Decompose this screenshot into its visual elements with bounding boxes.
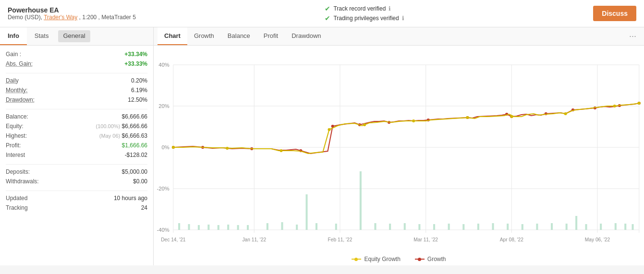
svg-rect-40: [404, 223, 406, 230]
legend-growth: Growth: [415, 256, 446, 262]
interest-value: -$128.02: [125, 152, 147, 158]
balance-value: $6,666.66: [122, 113, 147, 120]
svg-rect-25: [198, 225, 200, 230]
withdrawals-value: $0.00: [133, 178, 147, 185]
stat-profit: Profit: $1,666.66: [6, 141, 147, 150]
stat-updated: Updated 10 hours ago: [6, 193, 147, 203]
svg-text:Feb 11, '22: Feb 11, '22: [328, 237, 352, 242]
stat-highest: Highest: (May 06) $6,666.63: [6, 131, 147, 141]
tracking-label: Tracking: [6, 204, 28, 211]
svg-rect-27: [218, 225, 219, 230]
check-icon-1: ✔: [325, 5, 330, 12]
svg-rect-46: [492, 223, 494, 230]
svg-rect-44: [462, 224, 464, 230]
daily-value: 0.20%: [131, 77, 147, 84]
info-icon-1[interactable]: ℹ: [389, 5, 391, 12]
svg-rect-29: [237, 225, 239, 230]
verification-info: ✔ Track record verified ℹ ✔ Trading priv…: [325, 5, 404, 22]
svg-rect-39: [389, 224, 391, 230]
svg-point-81: [510, 115, 513, 118]
trader-link[interactable]: Trader's Way: [44, 14, 77, 21]
profit-value: $1,666.66: [122, 142, 147, 149]
drawdown-value: 12.50%: [128, 96, 147, 103]
svg-point-83: [613, 105, 616, 107]
svg-point-80: [466, 116, 469, 119]
left-tab-bar: Info Stats General: [0, 27, 153, 46]
svg-rect-37: [360, 171, 362, 230]
svg-rect-51: [566, 224, 568, 230]
deposits-value: $5,000.00: [122, 168, 147, 175]
svg-text:-20%: -20%: [157, 186, 169, 191]
chart-tab-growth[interactable]: Growth: [187, 27, 221, 45]
svg-rect-35: [316, 223, 317, 230]
legend-equity-growth: Equity Growth: [352, 256, 400, 262]
svg-rect-32: [281, 222, 283, 230]
equity-label: Equity:: [6, 123, 24, 130]
stat-interest: Interest -$128.02: [6, 150, 147, 161]
svg-rect-47: [507, 224, 509, 230]
svg-rect-56: [624, 224, 626, 230]
svg-rect-38: [374, 223, 376, 230]
right-panel: Chart Growth Balance Profit Drawdown ···…: [154, 27, 644, 265]
svg-rect-24: [188, 224, 190, 230]
svg-point-82: [564, 112, 567, 115]
svg-rect-42: [433, 224, 435, 230]
stat-withdrawals: Withdrawals: $0.00: [6, 177, 147, 188]
chart-tab-bar: Chart Growth Balance Profit Drawdown ···: [154, 27, 644, 46]
tab-info[interactable]: Info: [0, 27, 27, 45]
app-title: Powerhouse EA: [8, 6, 136, 14]
chart-tab-balance[interactable]: Balance: [221, 27, 257, 45]
equity-value: (100.00%) $6,666.66: [96, 123, 148, 130]
svg-text:Jan 11, '22: Jan 11, '22: [243, 237, 267, 242]
chart-tab-drawdown[interactable]: Drawdown: [285, 27, 328, 45]
stat-daily: Daily 0.20%: [6, 76, 147, 85]
monthly-label: Monthly:: [6, 87, 27, 94]
abs-gain-value: +33.33%: [124, 60, 147, 67]
svg-rect-57: [632, 224, 633, 230]
svg-point-78: [363, 123, 366, 126]
highest-value: (May 06) $6,666.63: [99, 132, 147, 139]
svg-text:Apr 08, '22: Apr 08, '22: [500, 237, 523, 242]
svg-rect-28: [227, 225, 229, 230]
svg-point-77: [328, 128, 330, 131]
svg-rect-55: [615, 223, 617, 230]
svg-text:0%: 0%: [161, 144, 169, 150]
chart-tab-chart[interactable]: Chart: [158, 27, 187, 45]
top-bar: Powerhouse EA Demo (USD), Trader's Way ,…: [0, 0, 644, 27]
stat-monthly: Monthly: 6.19%: [6, 85, 147, 95]
track-record-verified: ✔ Track record verified ℹ: [325, 5, 404, 12]
stats-table: Gain : +33.34% Abs. Gain: +33.33% Daily …: [0, 46, 153, 216]
highest-label: Highest:: [6, 132, 27, 139]
stat-equity: Equity: (100.00%) $6,666.66: [6, 121, 147, 131]
svg-rect-36: [335, 224, 337, 230]
tab-stats[interactable]: Stats: [27, 27, 57, 45]
svg-rect-33: [296, 225, 298, 230]
check-icon-2: ✔: [325, 14, 330, 22]
chart-svg: 40% 20% 0% -20% -40% D: [154, 46, 644, 252]
chart-tab-profit[interactable]: Profit: [257, 27, 285, 45]
svg-rect-53: [585, 224, 587, 230]
legend-growth-line: [415, 259, 425, 260]
chart-area: 40% 20% 0% -20% -40% D: [154, 46, 644, 265]
updated-value: 10 hours ago: [114, 195, 147, 202]
svg-text:Mar 11, '22: Mar 11, '22: [413, 237, 438, 242]
tab-general[interactable]: General: [58, 30, 90, 42]
svg-rect-50: [551, 223, 553, 230]
svg-point-84: [638, 102, 641, 105]
svg-text:Dec 14, '21: Dec 14, '21: [161, 237, 186, 242]
left-panel: Info Stats General Gain : +33.34% Abs. G…: [0, 27, 154, 265]
svg-rect-34: [306, 194, 308, 230]
svg-rect-54: [600, 224, 602, 230]
svg-text:-40%: -40%: [157, 227, 169, 233]
more-options-button[interactable]: ···: [625, 27, 640, 45]
deposits-label: Deposits:: [6, 168, 30, 175]
info-icon-2[interactable]: ℹ: [402, 15, 404, 22]
daily-label: Daily: [6, 77, 19, 84]
gain-label: Gain :: [6, 51, 21, 58]
discuss-button[interactable]: Discuss: [593, 6, 636, 21]
svg-rect-31: [267, 223, 268, 230]
drawdown-label: Drawdown:: [6, 96, 35, 103]
svg-point-76: [279, 149, 282, 152]
gain-value: +33.34%: [124, 51, 147, 58]
svg-rect-45: [477, 224, 479, 230]
